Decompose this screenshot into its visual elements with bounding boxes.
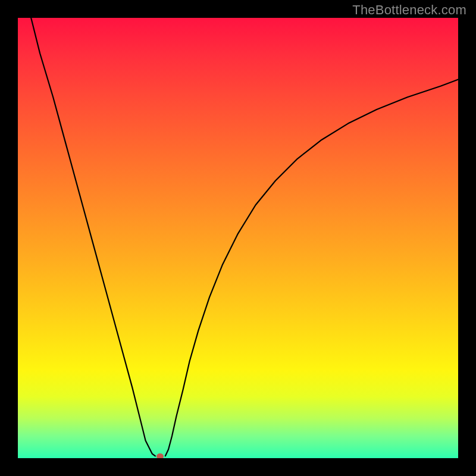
marker-dot	[156, 453, 164, 458]
plot-area	[18, 18, 458, 458]
plot-svg	[18, 18, 458, 458]
chart-container: TheBottleneck.com	[0, 0, 476, 476]
curve-right	[165, 80, 458, 456]
curve-left	[31, 18, 155, 456]
watermark-text: TheBottleneck.com	[352, 2, 466, 18]
